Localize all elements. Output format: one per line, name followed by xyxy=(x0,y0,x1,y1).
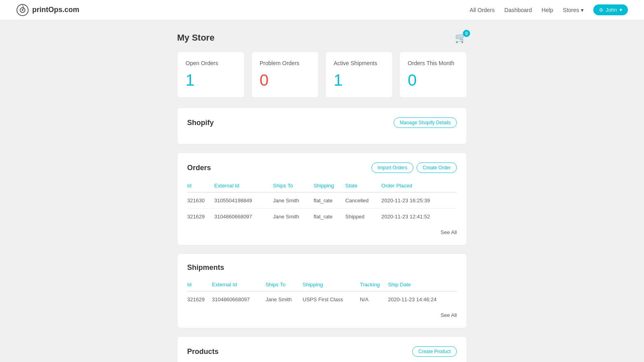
manage-shopify-button[interactable]: Manage Shopify Details xyxy=(394,117,457,128)
order-2-shipping: flat_rate xyxy=(314,209,345,225)
order-2-state: Shipped xyxy=(345,209,382,225)
shipment-1-shipping: USPS First Class xyxy=(303,291,360,307)
orders-col-external-id: External Id xyxy=(214,179,273,192)
orders-actions: Import Orders Create Order xyxy=(372,162,457,173)
stat-orders-this-month-label: Orders This Month xyxy=(408,60,458,66)
order-1-external-id: 3105504198849 xyxy=(214,192,273,209)
products-header: Products Create Product xyxy=(187,346,457,357)
orders-col-id: Id xyxy=(187,179,214,192)
stats-grid: Open Orders 1 Problem Orders 0 Active Sh… xyxy=(177,51,467,98)
orders-col-shipping: Shipping xyxy=(314,179,345,192)
order-row-2[interactable]: 321629 3104860668097 Jane Smith flat_rat… xyxy=(187,209,457,225)
shipments-table-body: 321629 3104860668097 Jane Smith USPS Fir… xyxy=(187,291,457,307)
nav-dashboard[interactable]: Dashboard xyxy=(504,7,532,13)
page-header: My Store 🛒 0 xyxy=(177,32,467,43)
orders-table-head: Id External Id Ships To Shipping State O… xyxy=(187,179,457,192)
main-content: My Store 🛒 0 Open Orders 1 Problem Order… xyxy=(169,20,475,362)
cart-button[interactable]: 🛒 0 xyxy=(455,32,467,43)
user-dropdown-arrow-icon: ▾ xyxy=(619,7,622,13)
stat-problem-orders-label: Problem Orders xyxy=(260,60,310,66)
gear-icon: ⚙ xyxy=(599,7,603,13)
stat-active-shipments-label: Active Shipments xyxy=(334,60,384,66)
order-2-ships-to: Jane Smith xyxy=(273,209,314,225)
navbar: printOps.com All Orders Dashboard Help S… xyxy=(0,0,644,20)
orders-header: Orders Import Orders Create Order xyxy=(187,162,457,173)
create-product-button[interactable]: Create Product xyxy=(412,346,457,357)
shipments-header: Shipments xyxy=(187,263,457,272)
orders-col-state: State xyxy=(345,179,382,192)
shipment-1-external-id: 3104860668097 xyxy=(212,291,265,307)
shopify-header: Shopify Manage Shopify Details xyxy=(187,117,457,128)
stat-orders-this-month[interactable]: Orders This Month 0 xyxy=(399,51,467,98)
order-1-order-placed: 2020-11-23 16:25:39 xyxy=(382,192,457,209)
shipments-title: Shipments xyxy=(187,263,224,272)
products-section: Products Create Product SKU Product Name… xyxy=(177,336,467,362)
shipments-col-shipping: Shipping xyxy=(303,278,360,291)
stat-orders-this-month-value: 0 xyxy=(408,71,458,89)
dropdown-arrow-icon: ▾ xyxy=(581,7,584,13)
order-2-order-placed: 2020-11-23 12:41:52 xyxy=(382,209,457,225)
shipments-col-tracking: Tracking xyxy=(360,278,388,291)
stores-label: Stores xyxy=(563,7,579,13)
orders-table: Id External Id Ships To Shipping State O… xyxy=(187,179,457,224)
shipments-section: Shipments Id External Id Ships To Shippi… xyxy=(177,253,467,328)
nav-stores-dropdown[interactable]: Stores ▾ xyxy=(563,7,583,13)
order-2-id: 321629 xyxy=(187,209,214,225)
cart-badge: 0 xyxy=(463,30,470,37)
orders-table-body: 321630 3105504198849 Jane Smith flat_rat… xyxy=(187,192,457,224)
nav-all-orders[interactable]: All Orders xyxy=(470,7,495,13)
brand: printOps.com xyxy=(16,4,79,16)
shipment-row-1[interactable]: 321629 3104860668097 Jane Smith USPS Fir… xyxy=(187,291,457,307)
shipment-1-ship-date: 2020-11-23 14:46:24 xyxy=(388,291,457,307)
stat-problem-orders-value: 0 xyxy=(260,71,310,89)
orders-section: Orders Import Orders Create Order Id Ext… xyxy=(177,152,467,245)
shipments-col-external-id: External Id xyxy=(212,278,265,291)
import-orders-button[interactable]: Import Orders xyxy=(372,162,413,173)
order-1-state: Cancelled xyxy=(345,192,382,209)
products-title: Products xyxy=(187,348,219,356)
user-menu-button[interactable]: ⚙ John ▾ xyxy=(593,4,628,15)
nav-links: All Orders Dashboard Help Stores ▾ ⚙ Joh… xyxy=(470,4,628,15)
user-name: John xyxy=(606,7,617,13)
shipments-col-ships-to: Ships To xyxy=(266,278,303,291)
stat-open-orders-value: 1 xyxy=(186,71,236,89)
brand-logo xyxy=(16,4,29,16)
shipments-table: Id External Id Ships To Shipping Trackin… xyxy=(187,278,457,307)
stat-open-orders[interactable]: Open Orders 1 xyxy=(177,51,245,98)
shopify-title: Shopify xyxy=(187,119,214,127)
page-title: My Store xyxy=(177,33,215,43)
orders-title: Orders xyxy=(187,164,211,172)
shipments-col-ship-date: Ship Date xyxy=(388,278,457,291)
brand-name: printOps.com xyxy=(32,6,79,14)
order-2-external-id: 3104860668097 xyxy=(214,209,273,225)
shipment-1-ships-to: Jane Smith xyxy=(266,291,303,307)
shopify-section: Shopify Manage Shopify Details xyxy=(177,107,467,144)
orders-see-all[interactable]: See All xyxy=(187,229,457,235)
shipment-1-id: 321629 xyxy=(187,291,212,307)
shipments-col-id: Id xyxy=(187,278,212,291)
orders-col-order-placed: Order Placed xyxy=(382,179,457,192)
order-1-id: 321630 xyxy=(187,192,214,209)
stat-problem-orders[interactable]: Problem Orders 0 xyxy=(251,51,319,98)
stat-active-shipments-value: 1 xyxy=(334,71,384,89)
shipments-table-head: Id External Id Ships To Shipping Trackin… xyxy=(187,278,457,291)
shipments-see-all[interactable]: See All xyxy=(187,312,457,318)
order-1-ships-to: Jane Smith xyxy=(273,192,314,209)
orders-col-ships-to: Ships To xyxy=(273,179,314,192)
create-order-button[interactable]: Create Order xyxy=(417,162,457,173)
stat-active-shipments[interactable]: Active Shipments 1 xyxy=(325,51,393,98)
nav-help[interactable]: Help xyxy=(542,7,553,13)
stat-open-orders-label: Open Orders xyxy=(186,60,236,66)
shipment-1-tracking: N/A xyxy=(360,291,388,307)
order-row-1[interactable]: 321630 3105504198849 Jane Smith flat_rat… xyxy=(187,192,457,209)
order-1-shipping: flat_rate xyxy=(314,192,345,209)
